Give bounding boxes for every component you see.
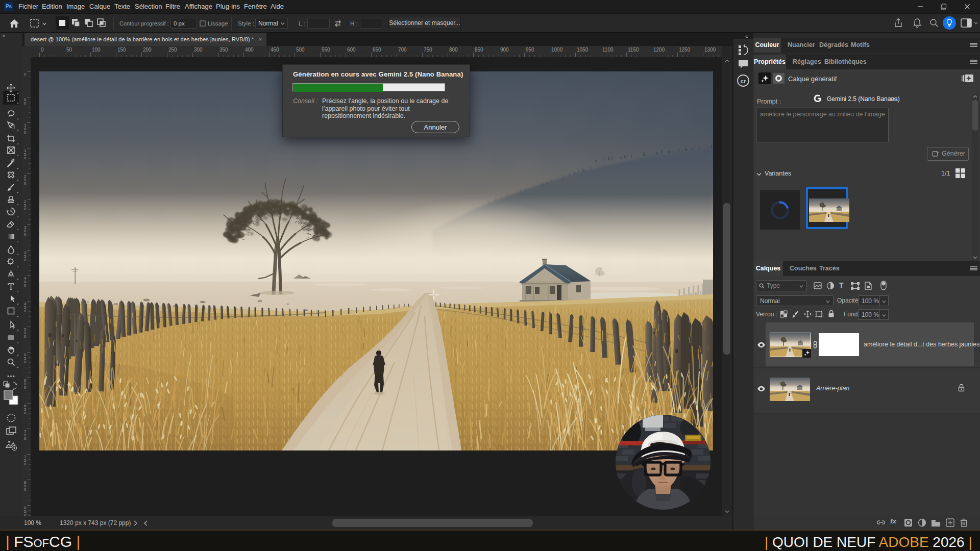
svg-text:cr: cr [741, 78, 746, 84]
